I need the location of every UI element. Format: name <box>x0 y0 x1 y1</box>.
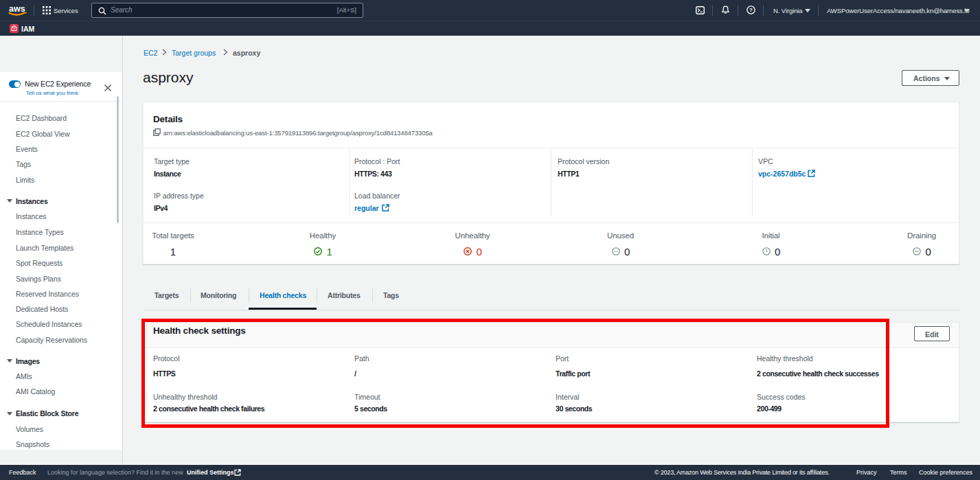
svg-text:?: ? <box>749 7 753 13</box>
svg-text:aws: aws <box>9 4 25 14</box>
